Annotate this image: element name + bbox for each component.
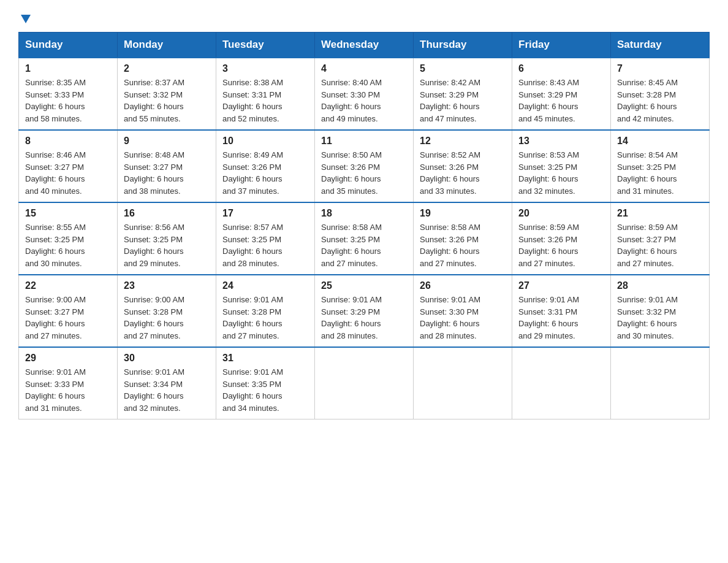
- day-number: 27: [518, 280, 604, 291]
- day-number: 16: [124, 208, 210, 219]
- calendar-cell: 21 Sunrise: 8:59 AM Sunset: 3:27 PM Dayl…: [611, 202, 710, 275]
- calendar-cell: 6 Sunrise: 8:43 AM Sunset: 3:29 PM Dayli…: [512, 58, 611, 130]
- day-number: 15: [25, 208, 111, 219]
- day-info: Sunrise: 8:59 AM Sunset: 3:26 PM Dayligh…: [518, 221, 604, 269]
- day-number: 13: [518, 136, 604, 147]
- calendar-cell: 13 Sunrise: 8:53 AM Sunset: 3:25 PM Dayl…: [512, 130, 611, 202]
- day-number: 21: [617, 208, 703, 219]
- calendar-cell: 15 Sunrise: 8:55 AM Sunset: 3:25 PM Dayl…: [19, 202, 118, 275]
- day-info: Sunrise: 9:01 AM Sunset: 3:33 PM Dayligh…: [25, 366, 111, 414]
- calendar-cell: [611, 347, 710, 419]
- day-number: 4: [321, 63, 407, 74]
- calendar-header-thursday: Thursday: [414, 33, 512, 58]
- day-number: 29: [25, 353, 111, 364]
- day-info: Sunrise: 9:01 AM Sunset: 3:28 PM Dayligh…: [222, 294, 308, 342]
- day-number: 1: [25, 63, 111, 74]
- calendar-cell: 18 Sunrise: 8:58 AM Sunset: 3:25 PM Dayl…: [315, 202, 414, 275]
- day-info: Sunrise: 9:01 AM Sunset: 3:29 PM Dayligh…: [321, 294, 407, 342]
- calendar-week-row: 15 Sunrise: 8:55 AM Sunset: 3:25 PM Dayl…: [19, 202, 710, 275]
- day-info: Sunrise: 8:40 AM Sunset: 3:30 PM Dayligh…: [321, 77, 407, 124]
- calendar-cell: 26 Sunrise: 9:01 AM Sunset: 3:30 PM Dayl…: [414, 275, 512, 347]
- day-info: Sunrise: 9:01 AM Sunset: 3:35 PM Dayligh…: [222, 366, 308, 414]
- day-info: Sunrise: 9:01 AM Sunset: 3:34 PM Dayligh…: [124, 366, 210, 414]
- day-number: 9: [124, 136, 210, 147]
- day-info: Sunrise: 8:50 AM Sunset: 3:26 PM Dayligh…: [321, 149, 407, 197]
- day-number: 23: [124, 280, 210, 291]
- calendar-header-row: SundayMondayTuesdayWednesdayThursdayFrid…: [19, 33, 710, 58]
- day-number: 2: [124, 63, 210, 74]
- calendar-header-friday: Friday: [512, 33, 611, 58]
- calendar-cell: 23 Sunrise: 9:00 AM Sunset: 3:28 PM Dayl…: [118, 275, 216, 347]
- calendar-table: SundayMondayTuesdayWednesdayThursdayFrid…: [18, 32, 710, 419]
- day-info: Sunrise: 9:00 AM Sunset: 3:28 PM Dayligh…: [124, 294, 210, 342]
- day-number: 22: [25, 280, 111, 291]
- calendar-cell: [315, 347, 414, 419]
- calendar-week-row: 8 Sunrise: 8:46 AM Sunset: 3:27 PM Dayli…: [19, 130, 710, 202]
- calendar-cell: [512, 347, 611, 419]
- calendar-cell: 30 Sunrise: 9:01 AM Sunset: 3:34 PM Dayl…: [118, 347, 216, 419]
- day-info: Sunrise: 9:01 AM Sunset: 3:32 PM Dayligh…: [617, 294, 703, 342]
- calendar-cell: [414, 347, 512, 419]
- day-info: Sunrise: 8:37 AM Sunset: 3:32 PM Dayligh…: [124, 77, 210, 124]
- day-number: 19: [420, 208, 506, 219]
- day-number: 11: [321, 136, 407, 147]
- calendar-cell: 24 Sunrise: 9:01 AM Sunset: 3:28 PM Dayl…: [216, 275, 315, 347]
- day-number: 5: [420, 63, 506, 74]
- day-number: 3: [222, 63, 308, 74]
- calendar-week-row: 29 Sunrise: 9:01 AM Sunset: 3:33 PM Dayl…: [19, 347, 710, 419]
- day-info: Sunrise: 8:42 AM Sunset: 3:29 PM Dayligh…: [420, 77, 506, 124]
- logo-triangle-icon: [21, 15, 31, 23]
- calendar-cell: 7 Sunrise: 8:45 AM Sunset: 3:28 PM Dayli…: [611, 58, 710, 130]
- day-info: Sunrise: 8:58 AM Sunset: 3:26 PM Dayligh…: [420, 221, 506, 269]
- day-info: Sunrise: 8:57 AM Sunset: 3:25 PM Dayligh…: [222, 221, 308, 269]
- calendar-cell: 31 Sunrise: 9:01 AM Sunset: 3:35 PM Dayl…: [216, 347, 315, 419]
- day-number: 12: [420, 136, 506, 147]
- calendar-cell: 9 Sunrise: 8:48 AM Sunset: 3:27 PM Dayli…: [118, 130, 216, 202]
- day-number: 24: [222, 280, 308, 291]
- calendar-cell: 1 Sunrise: 8:35 AM Sunset: 3:33 PM Dayli…: [19, 58, 118, 130]
- calendar-cell: 4 Sunrise: 8:40 AM Sunset: 3:30 PM Dayli…: [315, 58, 414, 130]
- day-number: 26: [420, 280, 506, 291]
- page-header: [18, 12, 710, 22]
- calendar-cell: 25 Sunrise: 9:01 AM Sunset: 3:29 PM Dayl…: [315, 275, 414, 347]
- day-info: Sunrise: 8:45 AM Sunset: 3:28 PM Dayligh…: [617, 77, 703, 124]
- day-number: 6: [518, 63, 604, 74]
- day-number: 28: [617, 280, 703, 291]
- day-info: Sunrise: 8:53 AM Sunset: 3:25 PM Dayligh…: [518, 149, 604, 197]
- day-info: Sunrise: 9:01 AM Sunset: 3:30 PM Dayligh…: [420, 294, 506, 342]
- day-info: Sunrise: 9:00 AM Sunset: 3:27 PM Dayligh…: [25, 294, 111, 342]
- calendar-cell: 19 Sunrise: 8:58 AM Sunset: 3:26 PM Dayl…: [414, 202, 512, 275]
- day-number: 30: [124, 353, 210, 364]
- day-info: Sunrise: 9:01 AM Sunset: 3:31 PM Dayligh…: [518, 294, 604, 342]
- day-number: 18: [321, 208, 407, 219]
- day-info: Sunrise: 8:35 AM Sunset: 3:33 PM Dayligh…: [25, 77, 111, 124]
- day-number: 17: [222, 208, 308, 219]
- day-info: Sunrise: 8:38 AM Sunset: 3:31 PM Dayligh…: [222, 77, 308, 124]
- calendar-cell: 16 Sunrise: 8:56 AM Sunset: 3:25 PM Dayl…: [118, 202, 216, 275]
- calendar-cell: 11 Sunrise: 8:50 AM Sunset: 3:26 PM Dayl…: [315, 130, 414, 202]
- day-info: Sunrise: 8:46 AM Sunset: 3:27 PM Dayligh…: [25, 149, 111, 197]
- calendar-cell: 5 Sunrise: 8:42 AM Sunset: 3:29 PM Dayli…: [414, 58, 512, 130]
- calendar-cell: 22 Sunrise: 9:00 AM Sunset: 3:27 PM Dayl…: [19, 275, 118, 347]
- calendar-header-wednesday: Wednesday: [315, 33, 414, 58]
- calendar-week-row: 22 Sunrise: 9:00 AM Sunset: 3:27 PM Dayl…: [19, 275, 710, 347]
- day-number: 14: [617, 136, 703, 147]
- day-number: 8: [25, 136, 111, 147]
- calendar-header-tuesday: Tuesday: [216, 33, 315, 58]
- calendar-cell: 14 Sunrise: 8:54 AM Sunset: 3:25 PM Dayl…: [611, 130, 710, 202]
- day-number: 7: [617, 63, 703, 74]
- calendar-cell: 2 Sunrise: 8:37 AM Sunset: 3:32 PM Dayli…: [118, 58, 216, 130]
- day-info: Sunrise: 8:58 AM Sunset: 3:25 PM Dayligh…: [321, 221, 407, 269]
- calendar-header-sunday: Sunday: [19, 33, 118, 58]
- calendar-cell: 12 Sunrise: 8:52 AM Sunset: 3:26 PM Dayl…: [414, 130, 512, 202]
- calendar-cell: 17 Sunrise: 8:57 AM Sunset: 3:25 PM Dayl…: [216, 202, 315, 275]
- calendar-cell: 28 Sunrise: 9:01 AM Sunset: 3:32 PM Dayl…: [611, 275, 710, 347]
- calendar-cell: 8 Sunrise: 8:46 AM Sunset: 3:27 PM Dayli…: [19, 130, 118, 202]
- day-info: Sunrise: 8:55 AM Sunset: 3:25 PM Dayligh…: [25, 221, 111, 269]
- day-number: 10: [222, 136, 308, 147]
- calendar-cell: 29 Sunrise: 9:01 AM Sunset: 3:33 PM Dayl…: [19, 347, 118, 419]
- day-info: Sunrise: 8:54 AM Sunset: 3:25 PM Dayligh…: [617, 149, 703, 197]
- calendar-cell: 3 Sunrise: 8:38 AM Sunset: 3:31 PM Dayli…: [216, 58, 315, 130]
- calendar-cell: 27 Sunrise: 9:01 AM Sunset: 3:31 PM Dayl…: [512, 275, 611, 347]
- calendar-header-saturday: Saturday: [611, 33, 710, 58]
